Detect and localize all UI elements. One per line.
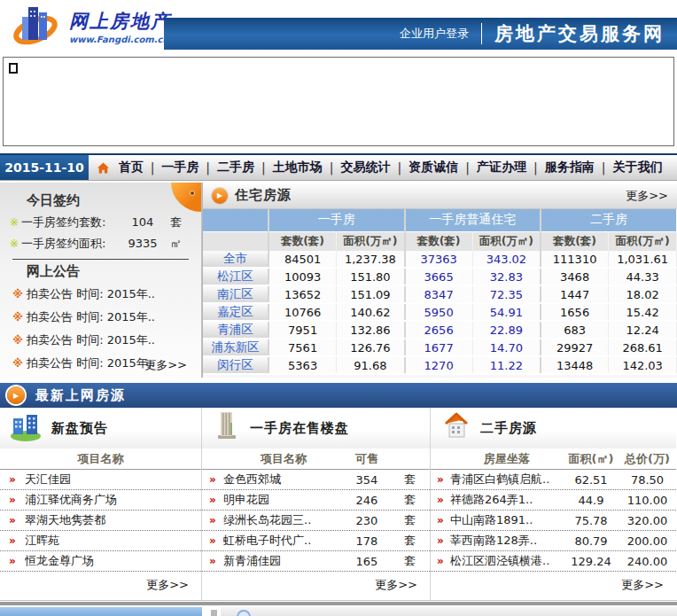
list-item[interactable]: » 江晖苑	[0, 531, 201, 551]
cell: 5363	[268, 356, 337, 374]
listing-link[interactable]: 松江区泗泾镇横港..	[450, 553, 564, 569]
logo-subtitle: www.Fangdi.com.cn	[69, 35, 171, 44]
sidebar-banner-image	[0, 607, 202, 616]
column-header: 面积(万㎡)	[472, 231, 541, 251]
region-link[interactable]: 全市	[203, 251, 268, 268]
count-unit: 套	[390, 533, 430, 549]
region-link[interactable]: 闵行区	[203, 356, 268, 374]
name-column-header: 项目名称	[223, 451, 344, 467]
nav-item-first-hand[interactable]: 一手房	[161, 160, 198, 175]
nav-item-guide[interactable]: 服务指南	[545, 160, 595, 175]
project-link[interactable]: 浦江驿优商务广场	[25, 492, 201, 508]
list-item[interactable]: » 松江区泗泾镇横港.. 129.24 240.00	[431, 551, 676, 572]
listing-price: 320.00	[619, 514, 676, 527]
notice-text[interactable]: 拍卖公告 时间: 2015年..	[27, 286, 155, 302]
cell: 13652	[268, 285, 337, 303]
arrow-bullet-icon: »	[202, 473, 223, 486]
project-link[interactable]: 翠湖天地隽荟都	[25, 512, 201, 528]
list-item[interactable]: » 中山南路1891.. 75.78 320.00	[431, 511, 676, 531]
online-notice-title: 网上公告	[27, 263, 201, 279]
list-item[interactable]: » 青浦区白鹤镇启航.. 62.51 78.50	[431, 470, 676, 490]
table-row: 全市 84501 1,237.38 37363 343.02 111310 1,…	[203, 251, 677, 268]
table-row: 嘉定区 10766 140.62 5950 54.91 1656 15.42	[203, 303, 677, 321]
column-header: 面积(万㎡)	[609, 231, 677, 251]
listing-link[interactable]: 莘西南路128弄..	[450, 533, 564, 549]
enterprise-login-link[interactable]: 企业用户登录	[400, 26, 469, 42]
listing-price: 78.50	[619, 473, 676, 487]
notice-text[interactable]: 拍卖公告 时间: 2015年..	[27, 332, 155, 348]
onsale-more-link[interactable]: 更多>>	[375, 577, 417, 593]
nav-item-about[interactable]: 关于我们	[612, 160, 662, 175]
column-header: 套数(套)	[268, 231, 337, 251]
list-item[interactable]: » 明申花园 246 套	[202, 490, 430, 511]
count-column-header: 可售	[344, 451, 390, 467]
region-link[interactable]: 松江区	[203, 268, 268, 285]
cell: 14.70	[472, 339, 541, 356]
arrow-bullet-icon: »	[0, 514, 25, 526]
arrow-bullet-icon: »	[0, 473, 25, 486]
secondhand-title: 二手房源	[480, 420, 537, 437]
region-link[interactable]: 浦东新区	[203, 339, 268, 356]
notice-text[interactable]: 拍卖公告 时间: 2015年..	[27, 355, 155, 371]
column-header-row: 套数(套) 面积(万㎡) 套数(套) 面积(万㎡) 套数(套) 面积(万㎡)	[203, 231, 677, 251]
nav-item-land-market[interactable]: 土地市场	[273, 160, 323, 175]
region-link[interactable]: 嘉定区	[203, 303, 268, 321]
sidebar-more-link[interactable]: 更多>>	[144, 357, 187, 373]
price-column-header: 总价(万)	[619, 451, 676, 467]
bottom-panels: 新盘预告 项目名称 » 天汇佳园 » 浦江驿优商务广场 » 翠湖天地隽荟都 » …	[0, 408, 677, 601]
list-item[interactable]: » 祥德路264弄1.. 44.9 110.00	[431, 490, 676, 511]
arrow-bullet-icon: »	[431, 514, 450, 526]
nav-item-credit[interactable]: 资质诚信	[409, 160, 458, 175]
housing-more-link[interactable]: 更多>>	[626, 188, 668, 204]
project-link[interactable]: 明申花园	[223, 492, 344, 508]
available-count: 246	[344, 494, 390, 507]
secondhand-more-link[interactable]: 更多>>	[621, 577, 664, 593]
listing-link[interactable]: 青浦区白鹤镇启航..	[450, 472, 564, 487]
site-logo[interactable]: 网上房地产 www.Fangdi.com.cn	[12, 3, 171, 51]
list-item[interactable]: » 天汇佳园	[0, 470, 201, 490]
list-item[interactable]: » 金色西郊城 354 套	[202, 470, 430, 490]
new-projects-more-link[interactable]: 更多>>	[146, 577, 189, 593]
project-link[interactable]: 新青浦佳园	[223, 553, 344, 569]
region-link[interactable]: 青浦区	[203, 321, 268, 339]
stat-bullet-icon: ※	[7, 238, 21, 250]
corner-dot-icon	[190, 191, 195, 196]
list-item[interactable]: » 浦江驿优商务广场	[0, 490, 201, 511]
project-link[interactable]: 金色西郊城	[223, 472, 344, 487]
list-item[interactable]: » 新青浦佳园 165 套	[202, 551, 430, 572]
available-count: 178	[344, 534, 390, 548]
notice-item[interactable]: ※ 拍卖公告 时间: 2015年..	[9, 308, 192, 326]
project-link[interactable]: 绿洲长岛花园三..	[223, 512, 344, 528]
header-divider	[481, 23, 482, 44]
project-link[interactable]: 恒龙金尊广场	[25, 553, 201, 569]
listing-link[interactable]: 中山南路1891..	[450, 512, 564, 528]
nav-item-certificates[interactable]: 产证办理	[477, 160, 526, 175]
nav-date: 2015-11-10	[0, 155, 89, 180]
project-link[interactable]: 江晖苑	[25, 533, 201, 549]
list-item[interactable]: » 莘西南路128弄.. 80.79 200.00	[431, 531, 676, 551]
listing-link[interactable]: 祥德路264弄1..	[450, 492, 564, 508]
count-unit: 套	[390, 553, 430, 569]
table-row: 松江区 10093 151.80 3665 32.83 3468 44.33	[203, 268, 677, 285]
list-item[interactable]: » 绿洲长岛花园三.. 230 套	[202, 511, 430, 531]
notice-text[interactable]: 拍卖公告 时间: 2015年..	[27, 309, 155, 325]
play-icon: ▶	[7, 386, 25, 404]
list-item[interactable]: » 恒龙金尊广场	[0, 551, 201, 572]
cell: 1656	[541, 303, 609, 321]
nav-item-statistics[interactable]: 交易统计	[341, 160, 391, 175]
page: 网上房地产 www.Fangdi.com.cn 企业用户登录 房地产交易服务网 …	[0, 0, 677, 616]
nav-item-home[interactable]: 首页	[119, 160, 144, 175]
region-link[interactable]: 南汇区	[203, 285, 268, 303]
list-item[interactable]: » 虹桥电子时代广.. 178 套	[202, 531, 430, 551]
list-headers: 项目名称	[0, 448, 201, 470]
nav-item-second-hand[interactable]: 二手房	[217, 160, 254, 175]
list-item[interactable]: » 翠湖天地隽荟都	[0, 511, 201, 531]
listing-area: 44.9	[564, 494, 619, 507]
project-link[interactable]: 天汇佳园	[25, 472, 201, 487]
cell: 1,237.38	[337, 251, 405, 268]
project-link[interactable]: 虹桥电子时代广..	[223, 533, 344, 549]
stat-row: ※ 一手房签约套数: 104 套	[7, 214, 194, 230]
notice-item[interactable]: ※ 拍卖公告 时间: 2015年..	[9, 285, 192, 303]
notice-item[interactable]: ※ 拍卖公告 时间: 2015年..	[9, 331, 192, 349]
tower-icon	[211, 410, 241, 446]
